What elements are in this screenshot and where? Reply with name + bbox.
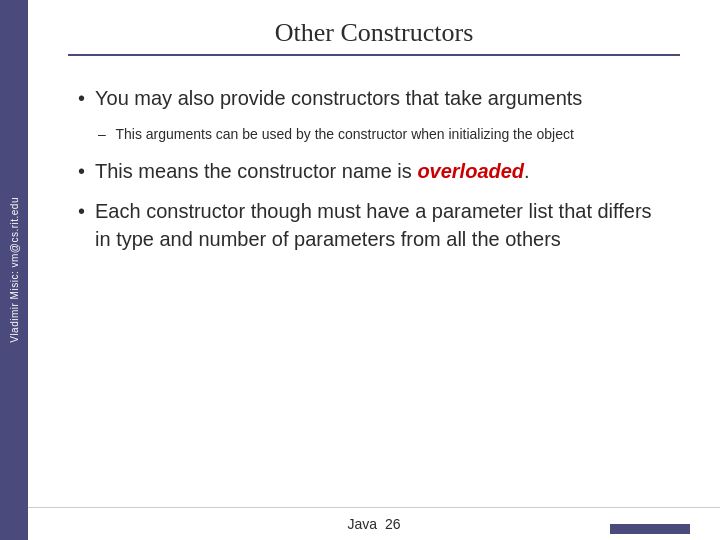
sub-bullet-1: – This arguments can be used by the cons… bbox=[98, 124, 670, 145]
slide: Vladimir Misic: vm@cs.rit.edu Other Cons… bbox=[0, 0, 720, 540]
bullet-dot-3: • bbox=[78, 197, 85, 225]
slide-footer: Java 26 bbox=[28, 507, 720, 540]
sub-bullet-content-1: This arguments can be used by the constr… bbox=[115, 126, 573, 142]
footer-text: Java 26 bbox=[348, 516, 401, 532]
slide-header: Other Constructors bbox=[28, 0, 720, 64]
sub-bullet-text-1: – This arguments can be used by the cons… bbox=[98, 126, 574, 142]
main-content: • You may also provide constructors that… bbox=[28, 64, 720, 507]
footer-nav-bar bbox=[610, 524, 690, 534]
sidebar: Vladimir Misic: vm@cs.rit.edu bbox=[0, 0, 28, 540]
bullet-dot-1: • bbox=[78, 84, 85, 112]
bullet-text-2: This means the constructor name is overl… bbox=[95, 157, 530, 185]
footer-page: 26 bbox=[385, 516, 401, 532]
bullet-item-3: • Each constructor though must have a pa… bbox=[78, 197, 670, 253]
bullet-item-2: • This means the constructor name is ove… bbox=[78, 157, 670, 185]
content-area: Other Constructors • You may also provid… bbox=[28, 0, 720, 540]
footer-label: Java bbox=[348, 516, 378, 532]
bullet2-text-before: This means the constructor name is bbox=[95, 160, 417, 182]
bullet-text-1: You may also provide constructors that t… bbox=[95, 84, 582, 112]
dash-icon: – bbox=[98, 126, 106, 142]
bullet-item-1: • You may also provide constructors that… bbox=[78, 84, 670, 112]
bullet-dot-2: • bbox=[78, 157, 85, 185]
slide-title: Other Constructors bbox=[58, 18, 690, 48]
overloaded-text: overloaded bbox=[417, 160, 524, 182]
title-underline bbox=[68, 54, 680, 56]
sidebar-label: Vladimir Misic: vm@cs.rit.edu bbox=[9, 197, 20, 343]
bullet-text-3: Each constructor though must have a para… bbox=[95, 197, 670, 253]
bullet2-text-after: . bbox=[524, 160, 530, 182]
